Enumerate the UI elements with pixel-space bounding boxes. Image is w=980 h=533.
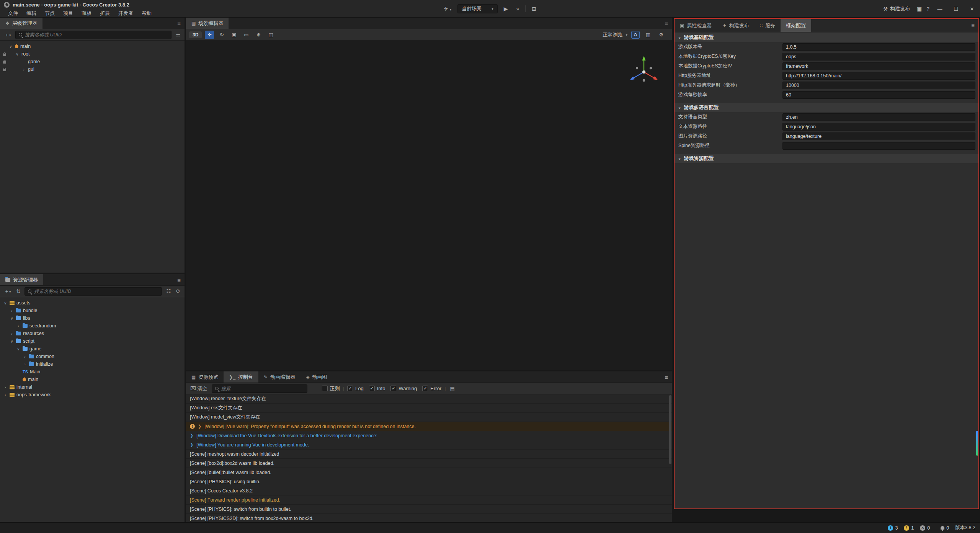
- tree-row[interactable]: ›seedrandom: [0, 322, 185, 330]
- tab-hierarchy[interactable]: ❖ 层级管理器: [0, 18, 42, 29]
- panel-menu-icon[interactable]: ≡: [177, 18, 181, 29]
- log-row[interactable]: [Window] render_texture文件夹存在: [186, 394, 672, 404]
- warning-count-badge[interactable]: ! 1: [904, 525, 914, 531]
- tool-move-button[interactable]: ✛: [205, 31, 214, 39]
- regex-checkbox[interactable]: [322, 386, 328, 391]
- field-input[interactable]: [782, 113, 975, 121]
- tree-row[interactable]: ›initialize: [0, 360, 185, 368]
- expand-arrow[interactable]: ›: [23, 355, 27, 359]
- log-row[interactable]: [Scene] meshopt wasm decoder initialized: [186, 450, 672, 459]
- tool-rotate-button[interactable]: ↻: [217, 31, 226, 39]
- log-row[interactable]: [Scene] [PHYSICS2D]: switch from box2d-w…: [186, 514, 672, 522]
- filter-log-toggle[interactable]: ✓Log: [347, 386, 364, 391]
- menu-item[interactable]: 面板: [77, 10, 96, 17]
- tool-rect-button[interactable]: ▭: [242, 31, 251, 39]
- filter-log-checkbox[interactable]: ✓: [347, 386, 353, 391]
- scene-viewport[interactable]: [186, 41, 672, 370]
- menu-item[interactable]: 文件: [4, 10, 22, 17]
- collapse-arrow[interactable]: ∨: [678, 36, 681, 40]
- expand-arrow[interactable]: ›: [23, 362, 27, 366]
- tree-row[interactable]: ›oops-framework: [0, 391, 185, 399]
- tree-row[interactable]: ›resources: [0, 330, 185, 337]
- add-asset-button[interactable]: ＋▾: [3, 288, 12, 295]
- tab-anim-graph[interactable]: ◈动画图: [301, 371, 332, 383]
- panel-menu-icon[interactable]: ≡: [177, 274, 181, 286]
- error-count-badge[interactable]: ✕ 0: [920, 525, 930, 531]
- tree-row[interactable]: ›internal: [0, 383, 185, 391]
- expand-arrow[interactable]: ∨: [3, 301, 8, 305]
- mode-3d-button[interactable]: 3D: [189, 31, 202, 38]
- menu-item[interactable]: 帮助: [137, 10, 156, 17]
- tree-row[interactable]: ∨main: [0, 43, 185, 50]
- filter-icon[interactable]: ☷: [165, 288, 172, 294]
- sort-icon[interactable]: ⇅: [15, 288, 22, 294]
- log-row[interactable]: [Scene] Forward render pipeline initiali…: [186, 495, 672, 505]
- log-row[interactable]: ❯[Window] You are running Vue in develop…: [186, 440, 672, 450]
- gizmo-display-button[interactable]: ▥: [644, 31, 653, 39]
- tree-row[interactable]: main: [0, 376, 185, 383]
- tree-row[interactable]: ›gui: [0, 65, 185, 73]
- menu-item[interactable]: 编辑: [22, 10, 41, 17]
- regex-toggle[interactable]: 正则: [322, 385, 340, 392]
- view-mode-select[interactable]: 正常浏览▾: [603, 31, 627, 38]
- tree-row[interactable]: ∨game: [0, 345, 185, 353]
- field-input[interactable]: [782, 43, 975, 51]
- light-toggle[interactable]: ⛭: [631, 31, 640, 39]
- menu-item[interactable]: 节点: [41, 10, 59, 17]
- expand-arrow[interactable]: ∨: [10, 339, 14, 343]
- scene-select[interactable]: 当前场景▾: [457, 4, 498, 13]
- filter-warning-toggle[interactable]: ✓Warning: [390, 386, 417, 391]
- tab-service[interactable]: ∷服务: [754, 19, 781, 32]
- tool-anchor-button[interactable]: ⊕: [254, 31, 263, 39]
- package-icon[interactable]: ▣: [915, 6, 924, 12]
- filter-warning-checkbox[interactable]: ✓: [390, 386, 396, 391]
- menu-item[interactable]: 项目: [59, 10, 77, 17]
- help-icon[interactable]: ?: [924, 6, 932, 12]
- tab-asset-preview[interactable]: ▤资源预览: [186, 371, 224, 383]
- field-input[interactable]: [782, 62, 975, 70]
- axis-gizmo[interactable]: [623, 50, 665, 94]
- log-row[interactable]: !❯[Window] [Vue warn]: Property "onInput…: [186, 422, 672, 431]
- inspector-scrollbar-thumb[interactable]: [976, 431, 978, 456]
- filter-error-toggle[interactable]: ✓Error: [422, 386, 441, 391]
- tree-row[interactable]: ∨libs: [0, 314, 185, 322]
- tab-assets[interactable]: 资源管理器: [0, 274, 43, 285]
- section-header[interactable]: ∨游戏基础配置: [675, 33, 978, 42]
- tool-scale-button[interactable]: ▣: [229, 31, 238, 39]
- expand-arrow[interactable]: ∨: [8, 44, 13, 49]
- expand-arrow[interactable]: ›: [16, 324, 21, 328]
- console-search-input[interactable]: [221, 386, 304, 391]
- filter-error-checkbox[interactable]: ✓: [422, 386, 428, 391]
- log-row[interactable]: [Scene] [PHYSICS]: using builtin.: [186, 477, 672, 486]
- tree-row[interactable]: TSMain: [0, 368, 185, 376]
- expand-arrow[interactable]: ›: [3, 393, 8, 397]
- field-input[interactable]: [782, 72, 975, 80]
- tree-row[interactable]: ∨root: [0, 50, 185, 58]
- preview-target-icon[interactable]: ✈ ▾: [441, 6, 454, 12]
- expand-arrow[interactable]: ›: [10, 332, 14, 336]
- filter-info-checkbox[interactable]: ✓: [369, 386, 375, 391]
- step-button[interactable]: »: [514, 6, 521, 12]
- field-input[interactable]: [782, 142, 975, 150]
- log-row[interactable]: ❯[Window] Download the Vue Devtools exte…: [186, 431, 672, 440]
- expand-chevron[interactable]: ❯: [190, 433, 193, 438]
- add-node-button[interactable]: ＋▾: [3, 31, 12, 38]
- log-row[interactable]: [Scene] Cocos Creator v3.8.2: [186, 486, 672, 495]
- play-button[interactable]: ▶: [501, 6, 510, 12]
- collapse-arrow[interactable]: ∨: [678, 157, 681, 161]
- scene-settings-gear-icon[interactable]: ⚙: [657, 31, 666, 39]
- minimize-button[interactable]: —: [932, 6, 948, 12]
- tab-console[interactable]: ❯_控制台: [224, 371, 258, 383]
- tab-build-publish[interactable]: ✈构建发布: [717, 19, 754, 32]
- section-header[interactable]: ∨游戏资源配置: [675, 154, 978, 163]
- refresh-icon[interactable]: ⟳: [175, 288, 181, 294]
- console-scrollbar[interactable]: [669, 395, 671, 464]
- build-publish-button[interactable]: ⚒ 构建发布: [879, 5, 915, 12]
- panel-menu-icon[interactable]: ≡: [665, 371, 668, 383]
- field-input[interactable]: [782, 91, 975, 99]
- section-header[interactable]: ∨游戏多语言配置: [675, 103, 978, 112]
- filter-info-toggle[interactable]: ✓Info: [369, 386, 385, 391]
- filter-icon[interactable]: ⚎: [175, 32, 181, 38]
- layout-grid-icon[interactable]: ⊞: [529, 6, 539, 12]
- expand-arrow[interactable]: ›: [3, 385, 8, 389]
